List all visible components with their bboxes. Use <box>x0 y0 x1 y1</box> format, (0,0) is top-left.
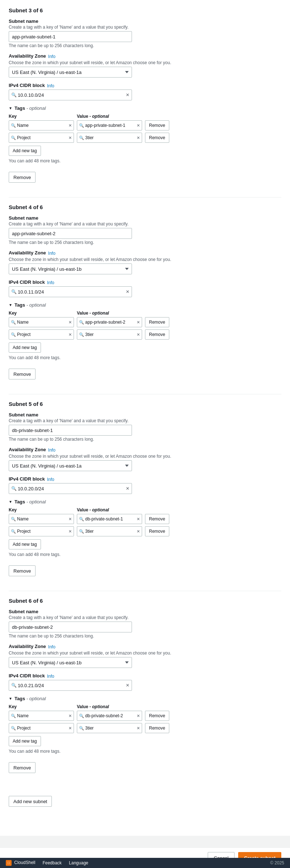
add-tag-button-4[interactable]: Add new tag <box>9 342 41 353</box>
remove-subnet-button-5[interactable]: Remove <box>9 565 36 576</box>
remove-subnet-button-4[interactable]: Remove <box>9 369 36 379</box>
cidr-info-link-5[interactable]: Info <box>47 477 54 482</box>
tag-key-search-icon: 🔍 <box>11 529 16 534</box>
tag-key-clear-icon[interactable]: ✕ <box>69 714 72 718</box>
tag-remove-button-6-1[interactable]: Remove <box>145 723 169 733</box>
az-field-4: Availability Zone Info Choose the zone i… <box>9 250 281 274</box>
az-info-link-6[interactable]: Info <box>48 644 55 649</box>
tag-value-input-5-0[interactable] <box>77 514 142 524</box>
tag-key-input-3-1[interactable] <box>9 133 74 143</box>
az-select-5[interactable]: US East (N. Virginia) / us-east-1a <box>9 460 132 471</box>
tag-key-input-6-0[interactable] <box>9 711 74 721</box>
tag-value-clear-icon[interactable]: ✕ <box>137 714 140 718</box>
tags-note-6: You can add 48 more tags. <box>9 749 281 754</box>
cidr-input-6[interactable] <box>9 680 132 691</box>
tag-key-wrapper-4-1: 🔍 ✕ <box>9 329 74 340</box>
add-tag-button-6[interactable]: Add new tag <box>9 736 41 746</box>
cidr-info-link-3[interactable]: Info <box>47 83 54 88</box>
az-select-3[interactable]: US East (N. Virginia) / us-east-1a <box>9 67 132 78</box>
tag-value-input-5-1[interactable] <box>77 526 142 536</box>
tag-key-clear-icon[interactable]: ✕ <box>69 123 72 128</box>
tags-label: Tags - optional <box>14 302 46 308</box>
tag-remove-button-5-1[interactable]: Remove <box>145 526 169 536</box>
tags-key-col-header: Key <box>9 311 74 316</box>
tag-key-clear-icon[interactable]: ✕ <box>69 529 72 534</box>
tag-value-clear-icon[interactable]: ✕ <box>137 529 140 534</box>
subnet-name-input-6[interactable] <box>9 622 132 632</box>
tag-key-input-4-0[interactable] <box>9 317 74 327</box>
cidr-input-3[interactable] <box>9 90 132 100</box>
tag-key-search-icon: 🔍 <box>11 320 16 325</box>
cidr-input-wrapper-3: 🔍 ✕ <box>9 90 132 100</box>
tag-key-input-6-1[interactable] <box>9 723 74 733</box>
tag-key-input-5-0[interactable] <box>9 514 74 524</box>
remove-subnet-button-6[interactable]: Remove <box>9 762 36 773</box>
tag-value-input-4-1[interactable] <box>77 329 142 340</box>
tag-remove-button-6-0[interactable]: Remove <box>145 711 169 721</box>
tag-key-clear-icon[interactable]: ✕ <box>69 332 72 337</box>
cidr-input-4[interactable] <box>9 286 132 297</box>
tag-key-clear-icon[interactable]: ✕ <box>69 320 72 325</box>
subnet-name-input-4[interactable] <box>9 228 132 239</box>
cidr-input-5[interactable] <box>9 483 132 494</box>
add-subnet-button[interactable]: Add new subnet <box>9 796 52 807</box>
language-link[interactable]: Language <box>69 860 88 865</box>
tags-toggle-3[interactable]: ▼ Tags - optional <box>9 105 281 111</box>
tags-toggle-6[interactable]: ▼ Tags - optional <box>9 696 281 701</box>
feedback-link[interactable]: Feedback <box>42 860 62 865</box>
cidr-clear-icon-3[interactable]: ✕ <box>126 92 129 97</box>
tag-value-wrapper-5-0: 🔍 ✕ <box>77 514 142 524</box>
cloudshell-link[interactable]: □ CloudShell <box>6 860 35 866</box>
cidr-clear-icon-4[interactable]: ✕ <box>126 289 129 294</box>
tag-remove-button-3-0[interactable]: Remove <box>145 120 169 130</box>
subnet-name-input-5[interactable] <box>9 425 132 436</box>
tag-remove-button-3-1[interactable]: Remove <box>145 133 169 143</box>
tag-key-input-3-0[interactable] <box>9 120 74 130</box>
tag-remove-button-4-1[interactable]: Remove <box>145 329 169 340</box>
add-tag-button-5[interactable]: Add new tag <box>9 539 41 549</box>
tag-value-input-4-0[interactable] <box>77 317 142 327</box>
cidr-input-wrapper-5: 🔍 ✕ <box>9 483 132 494</box>
az-info-link-5[interactable]: Info <box>48 448 55 453</box>
tag-value-input-6-0[interactable] <box>77 711 142 721</box>
tag-value-wrapper-6-0: 🔍 ✕ <box>77 711 142 721</box>
tag-remove-button-4-0[interactable]: Remove <box>145 317 169 327</box>
tag-value-clear-icon[interactable]: ✕ <box>137 726 140 731</box>
az-select-4[interactable]: US East (N. Virginia) / us-east-1b <box>9 263 132 274</box>
az-select-6[interactable]: US East (N. Virginia) / us-east-1b <box>9 657 132 668</box>
tag-remove-button-5-0[interactable]: Remove <box>145 514 169 524</box>
tag-value-clear-icon[interactable]: ✕ <box>137 136 140 140</box>
tag-key-clear-icon[interactable]: ✕ <box>69 136 72 140</box>
remove-subnet-button-3[interactable]: Remove <box>9 172 36 183</box>
subnet-name-input-3[interactable] <box>9 31 132 42</box>
tag-value-input-6-1[interactable] <box>77 723 142 733</box>
tag-key-input-5-1[interactable] <box>9 526 74 536</box>
az-info-link-4[interactable]: Info <box>48 251 55 256</box>
cidr-search-icon-5: 🔍 <box>11 486 17 491</box>
cidr-search-icon-6: 🔍 <box>11 683 17 688</box>
tag-key-search-icon: 🔍 <box>11 517 16 522</box>
az-info-link-3[interactable]: Info <box>48 54 55 59</box>
cidr-clear-icon-6[interactable]: ✕ <box>126 683 129 688</box>
tags-note-4: You can add 48 more tags. <box>9 355 281 360</box>
cidr-info-link-4[interactable]: Info <box>47 280 54 285</box>
tags-toggle-4[interactable]: ▼ Tags - optional <box>9 302 281 308</box>
cidr-info-link-6[interactable]: Info <box>47 674 54 679</box>
az-hint: Choose the zone in which your subnet wil… <box>9 257 281 262</box>
tag-key-clear-icon[interactable]: ✕ <box>69 517 72 522</box>
tag-value-input-3-1[interactable] <box>77 133 142 143</box>
cidr-clear-icon-5[interactable]: ✕ <box>126 486 129 491</box>
add-tag-button-3[interactable]: Add new tag <box>9 146 41 156</box>
tag-key-input-4-1[interactable] <box>9 329 74 340</box>
tags-toggle-5[interactable]: ▼ Tags - optional <box>9 499 281 504</box>
tag-value-clear-icon[interactable]: ✕ <box>137 123 140 128</box>
cidr-label: IPv4 CIDR block <box>9 476 45 482</box>
tag-value-input-3-0[interactable] <box>77 120 142 130</box>
tag-value-search-icon: 🔍 <box>79 726 84 731</box>
az-label: Availability Zone <box>9 53 46 59</box>
tag-value-clear-icon[interactable]: ✕ <box>137 517 140 522</box>
tag-value-clear-icon[interactable]: ✕ <box>137 332 140 337</box>
tag-value-clear-icon[interactable]: ✕ <box>137 320 140 325</box>
tag-key-clear-icon[interactable]: ✕ <box>69 726 72 731</box>
tag-key-search-icon: 🔍 <box>11 332 16 337</box>
